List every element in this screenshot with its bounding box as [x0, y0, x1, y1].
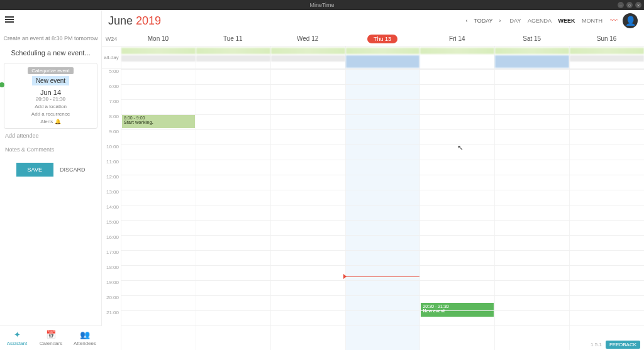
day-header-thu[interactable]: Thu 13: [345, 35, 420, 43]
menu-icon[interactable]: [5, 16, 15, 23]
day-header-mon[interactable]: Mon 10: [121, 35, 196, 42]
tab-assistant[interactable]: ✦Assistant: [0, 326, 34, 350]
calendar-color-dot[interactable]: [0, 82, 4, 87]
tab-attendees[interactable]: 👥Attendees: [68, 326, 102, 350]
event-title-input[interactable]: New event: [32, 76, 69, 85]
day-header-sat[interactable]: Sat 15: [494, 35, 569, 42]
analytics-icon[interactable]: 〰: [610, 16, 618, 25]
window-close-icon[interactable]: ×: [635, 2, 641, 8]
allday-label: all-day: [102, 46, 121, 68]
window-minimize-icon[interactable]: –: [618, 2, 624, 8]
prev-arrow-icon[interactable]: ‹: [464, 16, 469, 25]
time-labels: 5:006:007:00 8:009:0010:00 11:0012:0013:…: [102, 69, 121, 350]
allday-thu[interactable]: [345, 46, 420, 68]
notes-link[interactable]: Notes & Comments: [0, 143, 101, 156]
bell-icon: 🔔: [55, 119, 61, 124]
allday-mon[interactable]: [121, 46, 196, 68]
now-indicator: [346, 276, 420, 277]
allday-tue[interactable]: [196, 46, 270, 68]
version-label: 1.5.1: [591, 342, 602, 347]
alerts-link[interactable]: Alerts 🔔: [8, 119, 93, 124]
categorize-button[interactable]: Categorize event: [28, 67, 73, 74]
add-attendee-link[interactable]: Add attendee: [0, 129, 101, 143]
day-col-mon[interactable]: 8:00 - 9:00 Start working.: [121, 69, 196, 350]
window-title: MineTime: [309, 2, 334, 8]
topbar: June 2019 ‹ TODAY › DAY AGENDA WEEK MONT…: [102, 10, 644, 31]
day-header-wed[interactable]: Wed 12: [270, 35, 345, 42]
next-arrow-icon[interactable]: ›: [498, 16, 502, 25]
feedback-button[interactable]: FEEDBACK: [606, 341, 640, 349]
allday-wed[interactable]: [270, 46, 345, 68]
event-card: Categorize event New event Jun 14 20:30 …: [4, 63, 97, 129]
day-header-fri[interactable]: Fri 14: [419, 35, 494, 42]
view-switcher: DAY AGENDA WEEK MONTH: [508, 18, 605, 24]
create-hint[interactable]: Create an event at 8:30 PM tomorrow: [0, 31, 101, 45]
allday-sat[interactable]: [494, 46, 569, 68]
calendar-grid[interactable]: 5:006:007:00 8:009:0010:00 11:0012:0013:…: [102, 69, 644, 350]
day-col-sun[interactable]: [569, 69, 644, 350]
allday-fri[interactable]: [419, 46, 494, 68]
view-week[interactable]: WEEK: [558, 18, 575, 24]
allday-row: all-day: [102, 46, 644, 69]
add-location-link[interactable]: Add a location: [8, 104, 93, 109]
calendar-icon: 📅: [35, 330, 67, 339]
save-button[interactable]: SAVE: [16, 163, 53, 177]
tab-calendars[interactable]: 📅Calendars: [34, 326, 68, 350]
day-header-sun[interactable]: Sun 16: [569, 35, 644, 42]
footer: 1.5.1 FEEDBACK: [591, 341, 640, 349]
day-header-tue[interactable]: Tue 11: [196, 35, 270, 42]
scheduling-title: Scheduling a new event...: [0, 45, 101, 63]
event-date[interactable]: Jun 14: [8, 89, 93, 96]
day-col-thu[interactable]: [345, 69, 420, 350]
bottom-tabs: ✦Assistant 📅Calendars 👥Attendees: [0, 325, 102, 350]
assistant-icon: ✦: [1, 330, 33, 339]
view-day[interactable]: DAY: [510, 18, 521, 24]
view-agenda[interactable]: AGENDA: [528, 18, 552, 24]
week-number: W24: [102, 36, 121, 42]
event-new-event[interactable]: 20:30 - 21:30 New event: [421, 303, 494, 317]
day-col-tue[interactable]: [196, 69, 270, 350]
add-recurrence-link[interactable]: Add a recurrence: [8, 111, 93, 117]
day-col-sat[interactable]: [494, 69, 569, 350]
event-start-working[interactable]: 8:00 - 9:00 Start working.: [122, 114, 195, 128]
window-maximize-icon[interactable]: ○: [626, 2, 633, 8]
allday-sun[interactable]: [569, 46, 644, 68]
month-title: June 2019: [108, 14, 161, 28]
avatar[interactable]: 👤: [623, 13, 638, 28]
event-time[interactable]: 20:30 - 21:30: [8, 96, 93, 102]
day-col-wed[interactable]: [270, 69, 345, 350]
discard-button[interactable]: DISCARD: [60, 163, 86, 177]
main: June 2019 ‹ TODAY › DAY AGENDA WEEK MONT…: [102, 10, 644, 350]
window-titlebar: MineTime – ○ ×: [0, 0, 644, 10]
attendees-icon: 👥: [69, 330, 101, 339]
day-col-fri[interactable]: 20:30 - 21:30 New event ↖: [419, 69, 494, 350]
today-button[interactable]: TODAY: [474, 18, 492, 24]
view-month[interactable]: MONTH: [582, 18, 602, 24]
calendar-header: W24 Mon 10 Tue 11 Wed 12 Thu 13 Fri 14 S…: [102, 31, 644, 46]
sidebar: Create an event at 8:30 PM tomorrow Sche…: [0, 10, 102, 350]
